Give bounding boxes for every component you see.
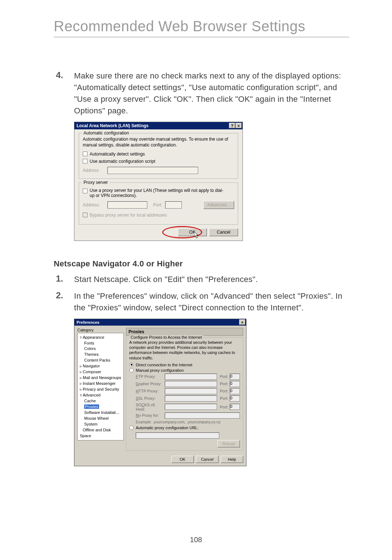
tree-mouse[interactable]: Mouse Wheel [78, 416, 123, 422]
step-text: Make sure there are no check marks next … [74, 70, 349, 117]
tree-mail[interactable]: ▹Mail and Newsgroups [78, 375, 123, 381]
proxy-fieldset: Proxy server Use a proxy server for your… [79, 182, 238, 225]
tree-content-packs[interactable]: Content Packs [78, 358, 123, 363]
port-label: Port: [220, 382, 228, 386]
useproxy-checkbox[interactable] [83, 189, 87, 193]
close-icon[interactable]: × [236, 123, 242, 128]
tree-system[interactable]: System [78, 422, 123, 427]
page-number: 108 [0, 536, 392, 544]
reload-button[interactable]: Reload [217, 440, 240, 447]
tree-themes[interactable]: Themes [78, 352, 123, 358]
autoconf-desc: Automatic configuration may override man… [83, 136, 234, 148]
autoconf-address-label: Address [83, 168, 105, 173]
page-title: Recommended Web Browser Settings [54, 18, 349, 35]
ftp-label: FTP Proxy: [136, 374, 163, 379]
tree-composer[interactable]: ▹Composer [78, 369, 123, 375]
tree-advanced[interactable]: ▿Advanced [78, 392, 123, 398]
cursor-icon [194, 232, 200, 238]
auto-url-input[interactable] [136, 432, 219, 439]
tree-fonts[interactable]: Fonts [78, 341, 123, 346]
proxy-legend: Proxy server [82, 180, 109, 185]
http-label: HTTP Proxy: [136, 389, 163, 393]
proxies-fieldset: Configure Proxies to Access the Internet… [126, 337, 243, 451]
socks-label: SOCKS v5 Host: [136, 403, 163, 411]
port-label: Port: [220, 389, 228, 393]
autoscript-label: Use automatic configuration script [90, 159, 155, 164]
tree-colors[interactable]: Colors [78, 346, 123, 352]
tree-appearance[interactable]: ▿Appearance [78, 335, 123, 341]
tree-privacy[interactable]: ▹Privacy and Security [78, 387, 123, 392]
tree-im[interactable]: ▹Instant Messenger [78, 381, 123, 387]
category-label: Category [77, 328, 124, 332]
advanced-button[interactable]: Advanced... [203, 201, 234, 209]
ftp-input[interactable] [165, 374, 217, 380]
radio-manual[interactable] [129, 368, 134, 372]
ns-dialog: Preferences × Category ▿Appearance Fonts… [74, 319, 246, 466]
ssl-port-input[interactable]: 0 [230, 395, 240, 402]
step-text: Start Netscape. Click on "Edit" then "Pr… [74, 274, 258, 285]
radio-manual-label: Manual proxy configuration [136, 368, 184, 372]
lan-dialog: Local Area Network (LAN) Settings ? × Au… [74, 122, 243, 241]
close-icon[interactable]: × [239, 319, 245, 325]
example-text: Example: .yourcompany.com, .yourcompany.… [136, 420, 240, 424]
ns-titlebar: Preferences × [74, 319, 246, 326]
port-label: Port: [220, 396, 228, 400]
step-number: 2. [54, 290, 63, 314]
http-input[interactable] [165, 388, 217, 394]
svg-marker-0 [194, 232, 198, 238]
proxies-header: Proxies [126, 328, 243, 336]
ns-step-2: 2. In the "Preferences" window, click on… [54, 290, 349, 314]
noproxy-label: No Proxy for: [136, 413, 163, 418]
cancel-button[interactable]: Cancel [196, 456, 219, 463]
port-label: Port: [220, 405, 228, 409]
lan-screenshot: Local Area Network (LAN) Settings ? × Au… [74, 122, 349, 241]
ns-step-1: 1. Start Netscape. Click on "Edit" then … [54, 274, 349, 285]
ssl-input[interactable] [165, 395, 217, 402]
autoconf-legend: Automatic configuration [82, 130, 130, 136]
useproxy-label: Use a proxy server for your LAN (These s… [90, 188, 228, 198]
radio-direct-label: Direct connection to the Internet [136, 363, 192, 367]
proxy-port-input[interactable] [165, 201, 182, 209]
socks-port-input[interactable]: 0 [230, 404, 240, 410]
radio-auto[interactable] [129, 426, 134, 430]
ns-title-text: Preferences [77, 320, 99, 325]
port-label: Port: [220, 374, 228, 379]
tree-proxies[interactable]: Proxies [78, 404, 123, 410]
netscape-heading: Netscape Navigator 4.0 or Higher [54, 259, 349, 269]
step-number: 4. [54, 70, 63, 117]
ns-screenshot: Preferences × Category ▿Appearance Fonts… [74, 319, 349, 466]
tree-navigator[interactable]: ▹Navigator [78, 363, 123, 369]
autodetect-checkbox[interactable] [83, 152, 87, 156]
category-tree[interactable]: ▿Appearance Fonts Colors Themes Content … [77, 333, 124, 440]
proxy-port-label: Port: [153, 202, 162, 208]
proxies-desc: A network proxy provides additional secu… [129, 340, 240, 360]
autodetect-label: Automatically detect settings [90, 152, 145, 157]
bypass-checkbox[interactable] [83, 213, 87, 217]
socks-input[interactable] [165, 404, 217, 410]
help-button[interactable]: Help [221, 456, 243, 463]
bypass-label: Bypass proxy server for local addresses [90, 213, 167, 218]
gopher-input[interactable] [165, 381, 217, 387]
step-4: 4. Make sure there are no check marks ne… [54, 70, 349, 117]
ok-button[interactable]: OK [171, 456, 194, 463]
ssl-label: SSL Proxy: [136, 396, 163, 400]
proxy-address-label: Address: [83, 202, 105, 208]
gopher-port-input[interactable]: 0 [230, 381, 240, 387]
autoscript-checkbox[interactable] [83, 159, 87, 164]
noproxy-input[interactable] [165, 412, 240, 419]
radio-direct[interactable] [129, 363, 134, 367]
autoconf-fieldset: Automatic configuration Automatic config… [79, 133, 238, 179]
autoconf-address-input[interactable] [107, 167, 198, 174]
help-icon[interactable]: ? [229, 123, 235, 128]
step-number: 1. [54, 274, 63, 285]
proxies-legend: Configure Proxies to Access the Internet [129, 335, 203, 339]
step-text: In the "Preferences" window, click on "A… [74, 290, 349, 314]
title-rule [54, 37, 349, 37]
proxy-address-input[interactable] [107, 201, 147, 209]
tree-cache[interactable]: Cache [78, 398, 123, 404]
tree-software[interactable]: Software Installati... [78, 410, 123, 416]
cancel-button[interactable]: Cancel [209, 228, 238, 236]
ftp-port-input[interactable]: 0 [230, 374, 240, 380]
http-port-input[interactable]: 0 [230, 388, 240, 394]
tree-offline[interactable]: Offline and Disk Space [78, 427, 123, 439]
